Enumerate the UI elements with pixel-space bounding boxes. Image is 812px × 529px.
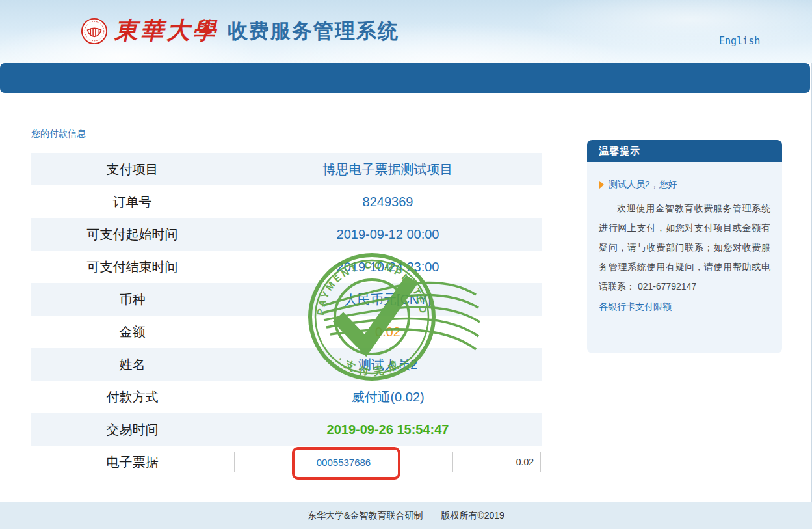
table-row: 姓名 测试人员2 (31, 348, 542, 381)
row-label: 可支付结束时间 (31, 258, 234, 276)
bank-card-limit-link[interactable]: 各银行卡支付限额 (599, 301, 672, 313)
brand: 東華大學 收费服务管理系统 (81, 15, 399, 47)
row-label: 电子票据 (31, 454, 234, 471)
tips-sidebar-title: 温馨提示 (587, 140, 782, 162)
copyright-text: 东华大学&金智教育联合研制 版权所有©2019 (308, 510, 504, 522)
payment-section-title: 您的付款信息 (31, 128, 86, 140)
nav-bar (0, 63, 810, 93)
row-label: 支付项目 (31, 161, 234, 178)
greeting-text: 测试人员2，您好 (609, 179, 677, 191)
table-row: 币种 人民币元[CNY] (31, 283, 542, 316)
table-row: 金额 0.02 (31, 316, 542, 348)
pay-end-time-value: 2019-10-24 23:00 (234, 260, 542, 275)
payer-name-value: 测试人员2 (234, 356, 542, 373)
header-banner: 東華大學 收费服务管理系统 English (0, 0, 812, 63)
row-label: 金额 (31, 323, 234, 341)
university-name: 東華大學 (114, 15, 218, 47)
payment-project-value[interactable]: 博思电子票据测试项目 (234, 161, 542, 178)
english-language-link[interactable]: English (719, 35, 760, 47)
order-number-value: 8249369 (234, 195, 542, 210)
system-title: 收费服务管理系统 (228, 18, 399, 45)
currency-value: 人民币元[CNY] (234, 291, 542, 308)
payment-info-table: 支付项目 博思电子票据测试项目 订单号 8249369 可支付起始时间 2019… (31, 153, 542, 478)
transaction-time-value: 2019-09-26 15:54:47 (234, 422, 542, 437)
table-row: 可支付结束时间 2019-10-24 23:00 (31, 251, 542, 283)
table-row: 付款方式 威付通(0.02) (31, 381, 542, 413)
welcome-message: 欢迎使用金智教育收费服务管理系统进行网上支付，如您对支付项目或金额有疑问，请与收… (599, 198, 770, 296)
table-row: 交易时间 2019-09-26 15:54:47 (31, 413, 542, 446)
row-label: 可支付起始时间 (31, 226, 234, 243)
row-label: 订单号 (31, 193, 234, 211)
row-label: 币种 (31, 291, 234, 308)
row-label: 付款方式 (31, 388, 234, 406)
greeting-row: 测试人员2，您好 (599, 179, 770, 191)
tips-sidebar: 温馨提示 测试人员2，您好 欢迎使用金智教育收费服务管理系统进行网上支付，如您对… (587, 140, 782, 353)
row-label: 交易时间 (31, 421, 234, 439)
university-seal-logo (81, 18, 108, 45)
invoice-table: 0005537686 0.02 (234, 452, 541, 472)
footer: 东华大学&金智教育联合研制 版权所有©2019 (0, 502, 812, 529)
table-row-invoice: 电子票据 0005537686 0.02 (31, 446, 542, 478)
table-row: 可支付起始时间 2019-09-12 00:00 (31, 218, 542, 251)
table-row: 订单号 8249369 (31, 185, 542, 218)
table-row: 支付项目 博思电子票据测试项目 (31, 153, 542, 185)
arrow-bullet-icon (599, 180, 604, 189)
amount-value: 0.02 (234, 325, 542, 340)
invoice-number-link[interactable]: 0005537686 (235, 452, 453, 472)
pay-start-time-value: 2019-09-12 00:00 (234, 227, 542, 242)
tips-sidebar-body: 测试人员2，您好 欢迎使用金智教育收费服务管理系统进行网上支付，如您对支付项目或… (587, 162, 782, 353)
payment-method-value: 威付通(0.02) (234, 388, 542, 406)
row-label: 姓名 (31, 356, 234, 373)
invoice-amount: 0.02 (453, 452, 540, 472)
